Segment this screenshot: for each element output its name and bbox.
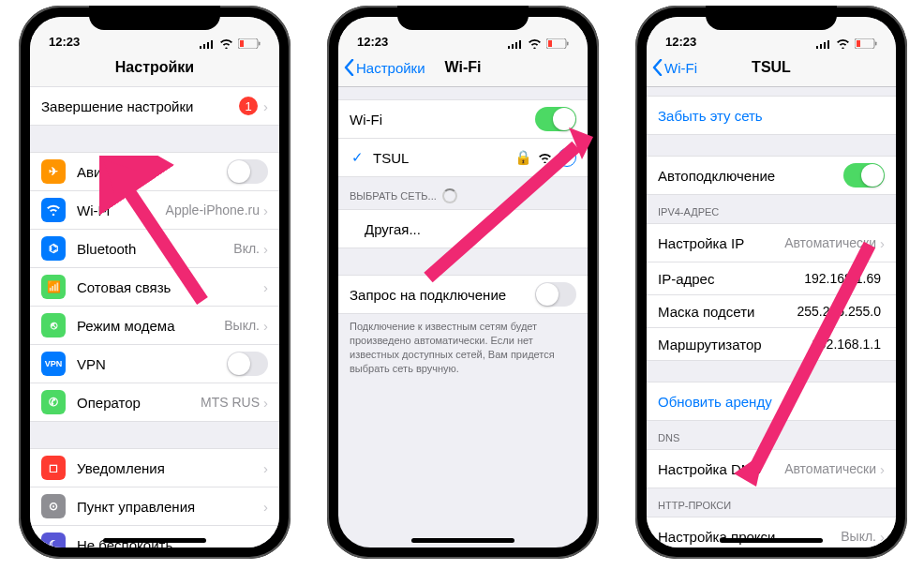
notifications-row[interactable]: ◻ Уведомления ›	[30, 448, 279, 488]
finish-setup-label: Завершение настройки	[41, 98, 239, 114]
chevron-right-icon: ›	[263, 98, 268, 114]
cellular-signal-icon	[816, 39, 831, 49]
ipv4-header: IPV4-АДРЕС	[647, 195, 896, 223]
info-icon[interactable]: i	[558, 148, 576, 167]
cellular-signal-icon	[200, 39, 215, 49]
control-center-icon: ⊙	[41, 494, 66, 518]
connected-network-row[interactable]: ✓ TSUL 🔒 i	[338, 139, 588, 177]
bluetooth-value: Вкл.	[233, 241, 260, 256]
svg-rect-25	[875, 42, 877, 46]
wifi-row[interactable]: Wi-Fi Apple-iPhone.ru ›	[30, 191, 279, 230]
hotspot-row[interactable]: ⎋ Режим модема Выкл. ›	[30, 307, 279, 345]
cellular-label: Сотовая связь	[77, 279, 263, 295]
vpn-row[interactable]: VPN VPN	[30, 345, 279, 383]
router-row: Маршрутизатор 192.168.1.1	[647, 328, 896, 361]
cellular-row[interactable]: 📶 Сотовая связь ›	[30, 268, 279, 307]
airplane-row[interactable]: ✈ Авиарежим	[30, 152, 279, 191]
wifi-master-row[interactable]: Wi-Fi	[338, 99, 588, 139]
router-value: 192.168.1.1	[812, 337, 881, 352]
auto-join-toggle[interactable]	[843, 163, 885, 188]
back-label: Настройки	[356, 60, 425, 76]
chevron-right-icon: ›	[880, 235, 885, 251]
ip-address-row: IP-адрес 192.168.1.69	[647, 262, 896, 295]
dns-header: DNS	[647, 421, 896, 449]
ask-to-join-toggle[interactable]	[535, 282, 576, 307]
svg-rect-6	[259, 42, 261, 46]
back-button[interactable]: Wi-Fi	[647, 59, 697, 76]
checkmark-icon: ✓	[351, 149, 364, 166]
bluetooth-row[interactable]: ⌬ Bluetooth Вкл. ›	[30, 230, 279, 268]
carrier-row[interactable]: ✆ Оператор MTS RUS ›	[30, 383, 279, 422]
forget-network-row[interactable]: Забыть эту сеть	[647, 96, 896, 135]
chevron-right-icon: ›	[263, 202, 268, 218]
svg-rect-12	[515, 42, 517, 49]
battery-icon	[546, 38, 569, 49]
svg-rect-21	[824, 42, 826, 49]
dnd-icon: ☾	[41, 532, 66, 548]
chevron-right-icon: ›	[263, 318, 268, 334]
renew-lease-row[interactable]: Обновить аренду	[647, 382, 896, 421]
bluetooth-icon: ⌬	[41, 236, 66, 261]
page-title: Настройки	[30, 59, 279, 76]
home-indicator[interactable]	[103, 538, 206, 543]
chevron-right-icon: ›	[263, 537, 268, 548]
home-indicator[interactable]	[411, 538, 514, 543]
home-indicator[interactable]	[720, 538, 823, 543]
ip-address-label: IP-адрес	[658, 271, 804, 287]
choose-network-label: ВЫБРАТЬ СЕТЬ...	[350, 190, 437, 202]
connected-network-label: TSUL	[373, 150, 514, 166]
dns-config-row[interactable]: Настройка DNS Автоматически ›	[647, 449, 896, 488]
carrier-icon: ✆	[41, 390, 66, 414]
other-network-label: Другая...	[365, 221, 576, 237]
back-button[interactable]: Настройки	[338, 59, 425, 76]
wifi-value: Apple-iPhone.ru	[166, 202, 260, 218]
control-center-row[interactable]: ⊙ Пункт управления ›	[30, 488, 279, 526]
wifi-icon	[41, 198, 66, 222]
svg-rect-2	[207, 42, 209, 49]
other-network-row[interactable]: Другая...	[338, 209, 588, 248]
dnd-row[interactable]: ☾ Не беспокоить ›	[30, 526, 279, 548]
wifi-toggle[interactable]	[535, 107, 576, 131]
back-label: Wi-Fi	[664, 60, 697, 76]
vpn-icon: VPN	[41, 352, 66, 376]
ask-footnote: Подключение к известным сетям будет прои…	[338, 314, 588, 381]
vpn-toggle[interactable]	[227, 352, 268, 376]
ip-config-value: Автоматически	[784, 235, 876, 250]
svg-rect-16	[567, 42, 569, 46]
wifi-label: Wi-Fi	[77, 202, 166, 218]
status-time: 12:23	[665, 35, 696, 49]
svg-rect-5	[240, 40, 244, 47]
lock-icon: 🔒	[514, 149, 532, 166]
wifi-status-icon	[219, 38, 233, 49]
auto-join-row[interactable]: Автоподключение	[647, 156, 896, 195]
notifications-icon: ◻	[41, 456, 66, 480]
chevron-right-icon: ›	[263, 279, 268, 295]
carrier-value: MTS RUS	[201, 395, 260, 410]
chevron-right-icon: ›	[880, 461, 885, 477]
chevron-right-icon: ›	[263, 460, 268, 476]
navbar: Настройки Wi-Fi	[338, 49, 588, 87]
http-proxy-header: HTTP-ПРОКСИ	[647, 488, 896, 517]
navbar: Wi-Fi TSUL	[647, 49, 896, 87]
cellular-icon: 📶	[41, 275, 66, 299]
svg-rect-13	[519, 40, 521, 49]
chevron-left-icon	[652, 59, 663, 76]
svg-rect-20	[820, 44, 822, 49]
bluetooth-label: Bluetooth	[77, 241, 233, 257]
ask-to-join-row[interactable]: Запрос на подключение	[338, 275, 588, 314]
ip-config-row[interactable]: Настройка IP Автоматически ›	[647, 223, 896, 262]
airplane-toggle[interactable]	[227, 159, 268, 184]
wifi-master-label: Wi-Fi	[350, 112, 535, 128]
airplane-icon: ✈	[41, 159, 66, 184]
svg-rect-15	[548, 40, 552, 47]
chevron-right-icon: ›	[263, 499, 268, 515]
proxy-config-row[interactable]: Настройка прокси Выкл. ›	[647, 517, 896, 548]
wifi-status-icon	[836, 38, 850, 49]
chevron-left-icon	[344, 59, 354, 76]
svg-rect-1	[203, 44, 205, 49]
auto-join-label: Автоподключение	[658, 168, 843, 184]
finish-setup-row[interactable]: Завершение настройки 1 ›	[30, 86, 279, 126]
renew-lease-label: Обновить аренду	[658, 394, 885, 410]
router-label: Маршрутизатор	[658, 337, 812, 352]
forget-network-label: Забыть эту сеть	[658, 108, 885, 124]
